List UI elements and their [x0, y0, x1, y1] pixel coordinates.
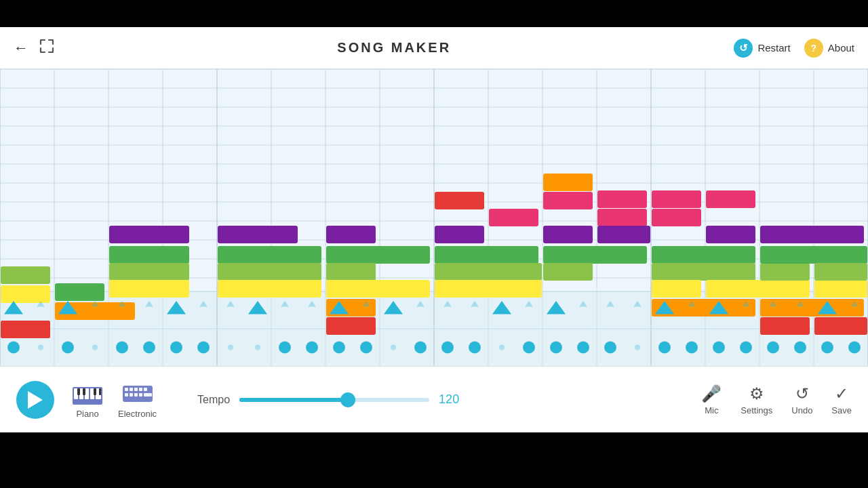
drums-layer: [0, 291, 868, 366]
tempo-slider[interactable]: [239, 398, 429, 402]
svg-rect-10: [99, 388, 101, 395]
bottom-bar-bg: [0, 432, 868, 447]
electronic-instrument[interactable]: Electronic: [118, 381, 157, 419]
right-controls: 🎤 Mic ⚙ Settings ↺ Undo ✓ Save: [701, 384, 852, 415]
svg-rect-20: [139, 393, 142, 396]
svg-rect-19: [134, 393, 138, 396]
top-bar: [0, 0, 868, 27]
svg-rect-21: [144, 393, 152, 396]
settings-label: Settings: [741, 405, 772, 415]
tempo-slider-thumb[interactable]: [340, 392, 355, 407]
instruments-section: Piano Electronic: [71, 381, 157, 419]
restart-button[interactable]: ↺ Restart: [734, 39, 790, 58]
svg-rect-9: [94, 388, 96, 395]
undo-button[interactable]: ↺ Undo: [791, 384, 812, 415]
svg-marker-0: [28, 391, 43, 409]
header-right: ↺ Restart ? About: [734, 39, 854, 58]
restart-icon: ↺: [734, 39, 753, 58]
app-title: SONG MAKER: [54, 40, 734, 56]
piano-label: Piano: [76, 409, 98, 419]
back-button[interactable]: ←: [14, 39, 28, 57]
play-button[interactable]: [16, 381, 54, 419]
tempo-label: Tempo: [197, 394, 230, 406]
svg-rect-15: [139, 388, 142, 391]
settings-button[interactable]: ⚙ Settings: [741, 384, 772, 415]
electronic-label: Electronic: [118, 409, 157, 419]
svg-rect-12: [125, 388, 128, 391]
restart-label: Restart: [757, 42, 790, 54]
grid-area[interactable]: [0, 69, 868, 366]
mic-button[interactable]: 🎤 Mic: [701, 384, 722, 415]
save-label: Save: [831, 405, 852, 415]
svg-rect-7: [77, 388, 80, 395]
tempo-section: Tempo 120: [197, 392, 701, 407]
svg-rect-8: [83, 388, 85, 395]
undo-icon: ↺: [795, 384, 809, 403]
expand-button[interactable]: [39, 39, 54, 57]
mic-label: Mic: [705, 405, 718, 415]
header-left: ←: [14, 39, 54, 57]
tempo-value: 120: [439, 392, 469, 407]
piano-instrument[interactable]: Piano: [71, 381, 104, 419]
svg-rect-13: [130, 388, 133, 391]
undo-label: Undo: [791, 405, 812, 415]
svg-rect-18: [130, 393, 133, 396]
header: ← SONG MAKER ↺ Restart ? About: [0, 27, 868, 69]
save-button[interactable]: ✓ Save: [831, 384, 852, 415]
tempo-slider-fill: [239, 398, 348, 402]
electronic-icon: [121, 381, 155, 407]
svg-rect-17: [125, 393, 128, 396]
about-button[interactable]: ? About: [804, 39, 854, 58]
mic-icon: 🎤: [701, 384, 722, 403]
piano-icon: [71, 381, 104, 407]
about-label: About: [828, 42, 854, 54]
svg-rect-16: [144, 388, 147, 391]
settings-icon: ⚙: [749, 384, 764, 403]
bottom-bar: Piano Electronic: [0, 366, 868, 432]
about-icon: ?: [804, 39, 823, 58]
svg-rect-14: [134, 388, 138, 391]
save-icon: ✓: [835, 384, 848, 403]
